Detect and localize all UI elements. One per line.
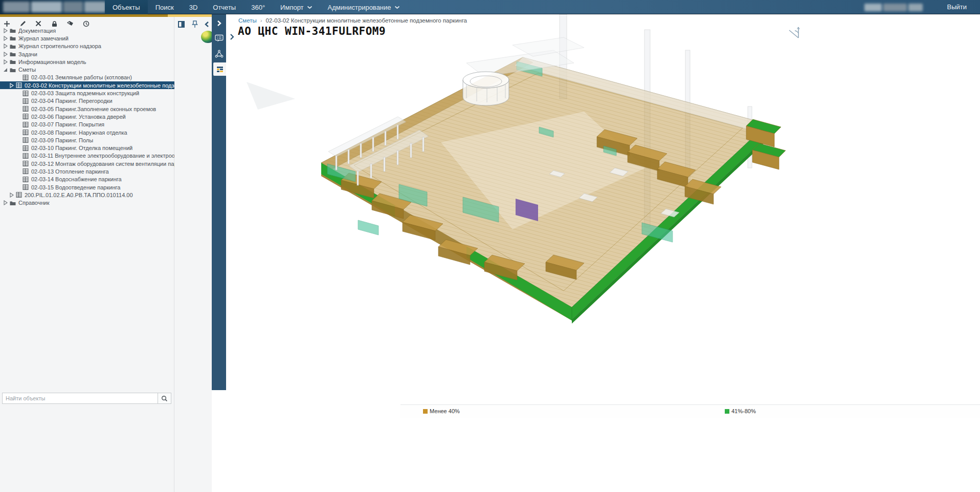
tree-item[interactable]: Информационная модель <box>0 58 174 66</box>
tree-item[interactable]: Задачи <box>0 50 174 58</box>
tree-item-icon <box>16 192 22 198</box>
legend-item: Менее 40% <box>423 408 460 414</box>
tree-item-label: Справочник <box>18 200 50 206</box>
tree-item[interactable]: 200.PIL.01.02.E.A0.РВ.ТА.ППО.010114.00 <box>0 191 174 199</box>
tree-item[interactable]: Справочник <box>0 199 174 207</box>
tree-item-label: Информационная модель <box>18 59 86 65</box>
tree-item[interactable]: 02-03-03 Защита подземных конструкций <box>0 89 174 97</box>
tree-item-label: 02-03-01 Земляные работы (котлован) <box>31 74 132 80</box>
logout-link[interactable]: Выйти <box>947 0 967 14</box>
menu-tab-администрирование[interactable]: Администрирование <box>320 0 408 14</box>
menu-tab-360°[interactable]: 360° <box>243 0 273 14</box>
tree-item-icon <box>10 28 16 33</box>
model-viewport-area: Сметы › 02-03-02 Конструкции монолитные … <box>226 14 980 492</box>
tree-item[interactable]: 02-03-05 Паркинг.Заполнение оконных прое… <box>0 105 174 113</box>
tree-item[interactable]: 02-03-07 Паркинг. Покрытия <box>0 121 174 129</box>
caret-icon[interactable] <box>3 52 8 57</box>
tree-item-icon <box>23 137 29 143</box>
breadcrumb-root-link[interactable]: Сметы <box>238 17 257 24</box>
caret-icon[interactable] <box>9 192 14 198</box>
menu-tab-отчеты[interactable]: Отчеты <box>205 0 243 14</box>
search-input[interactable] <box>2 393 158 404</box>
caret-icon[interactable] <box>9 83 14 88</box>
tree-item-label: 200.PIL.01.02.E.A0.РВ.ТА.ППО.010114.00 <box>25 192 133 198</box>
tree-item-icon <box>23 177 29 182</box>
tree-item[interactable]: 02-03-12 Монтаж оборудования систем вент… <box>0 160 174 167</box>
pin-icon[interactable] <box>192 20 198 30</box>
model-structure-icon[interactable] <box>212 47 226 60</box>
menu-tab-импорт[interactable]: Импорт <box>273 0 320 14</box>
menu-tab-поиск[interactable]: Поиск <box>148 0 182 14</box>
username-label <box>864 4 923 11</box>
tree-item[interactable]: 02-03-13 Отопление паркинга <box>0 167 174 175</box>
estimates-grid-icon[interactable] <box>213 62 226 76</box>
tree-item-icon <box>10 51 16 57</box>
tree-item-label: 02-03-11 Внутреннее электрооборудование … <box>31 153 174 159</box>
tree-item-icon <box>10 59 16 65</box>
tree-item[interactable]: 02-03-11 Внутреннее электрооборудование … <box>0 152 174 160</box>
toggle-panel-icon[interactable] <box>177 20 185 30</box>
tree-item[interactable]: Сметы <box>0 66 174 73</box>
tree-item-icon <box>23 153 29 159</box>
collapse-left-icon[interactable] <box>204 20 210 30</box>
caret-icon[interactable] <box>3 36 8 41</box>
tree-item-label: 02-03-09 Паркинг. Полы <box>31 137 93 143</box>
tree-item[interactable]: Журнал замечаний <box>0 34 174 42</box>
panel-gutter <box>174 14 212 492</box>
tree-item[interactable]: 02-03-09 Паркинг. Полы <box>0 136 174 144</box>
tree-item-icon <box>23 168 29 174</box>
legend-swatch <box>423 409 428 414</box>
tree-item-icon <box>16 82 22 88</box>
tree-item-label: 02-03-07 Паркинг. Покрытия <box>31 121 104 127</box>
tree-item[interactable]: Документация <box>0 27 174 34</box>
tree-item-label: 02-03-12 Монтаж оборудования систем вент… <box>31 161 174 167</box>
tree-item-icon <box>10 67 16 73</box>
menu-tab-3d[interactable]: 3D <box>182 0 206 14</box>
caret-icon[interactable] <box>3 44 8 49</box>
tree-item-label: 02-03-04 Паркинг. Перегородки <box>31 98 113 104</box>
load-progress-bar <box>0 14 212 17</box>
3d-model-view[interactable] <box>226 14 980 390</box>
tree-item-icon <box>10 44 16 49</box>
legend-bar: Менее 40% 41%-80% <box>400 404 980 418</box>
breadcrumb-separator: › <box>260 17 262 24</box>
tree-item[interactable]: 02-03-14 Водоснабжение паркинга <box>0 176 174 183</box>
search-button[interactable] <box>158 393 171 404</box>
caret-icon[interactable] <box>3 28 8 33</box>
side-rail <box>212 14 226 390</box>
tree-item-label: 02-03-08 Паркинг. Наружная отделка <box>31 130 127 136</box>
tree-item-label: 02-03-15 Водоотведение паркинга <box>31 184 120 190</box>
tree-item[interactable]: 02-03-15 Водоотведение паркинга <box>0 183 174 191</box>
tree-item[interactable]: 02-03-08 Паркинг. Наружная отделка <box>0 129 174 136</box>
tree-item-icon <box>23 75 29 80</box>
tree-item-icon <box>23 106 29 112</box>
legend-swatch <box>725 409 729 414</box>
tree-item-icon <box>10 35 16 41</box>
tree-item-icon <box>23 98 29 104</box>
tree-item-label: Сметы <box>18 67 36 73</box>
tree-item-icon <box>23 145 29 151</box>
top-navigation-bar: Объекты Поиск 3D Отчеты 360° Импорт Адми… <box>0 0 980 14</box>
tree-item[interactable]: Журнал строительного надзора <box>0 42 174 50</box>
legend-item: 41%-80% <box>725 408 756 414</box>
tree-search <box>2 393 171 404</box>
application-window: Объекты Поиск 3D Отчеты 360° Импорт Адми… <box>0 0 980 492</box>
caret-icon[interactable] <box>3 200 8 205</box>
menu-tab-объекты[interactable]: Объекты <box>105 0 148 14</box>
angle-measure-icon[interactable] <box>787 26 801 43</box>
tree-item[interactable]: 02-03-06 Паркинг. Установка дверей <box>0 113 174 120</box>
tree-item-selected[interactable]: 02-03-02 Конструкции монолитные железобе… <box>0 81 174 89</box>
tree-item[interactable]: 02-03-10 Паркинг. Отделка помещений <box>0 144 174 152</box>
station-watermark: АО ЦНС WIN-341FULRFOM9 <box>238 25 386 37</box>
comments-icon[interactable] <box>212 32 226 45</box>
tree-item-label: 02-03-10 Паркинг. Отделка помещений <box>31 145 132 151</box>
tree-item[interactable]: 02-03-04 Паркинг. Перегородки <box>0 97 174 105</box>
caret-icon[interactable] <box>3 59 8 65</box>
tree-item-icon <box>23 130 29 135</box>
tree-item-label: 02-03-03 Защита подземных конструкций <box>31 90 139 96</box>
caret-icon[interactable] <box>3 67 8 72</box>
expand-right-icon[interactable] <box>212 16 226 30</box>
object-tree-panel: Документация Журнал замечаний Журнал стр… <box>0 14 174 492</box>
tree-item[interactable]: 02-03-01 Земляные работы (котлован) <box>0 74 174 81</box>
expand-pane-icon[interactable] <box>229 33 234 42</box>
